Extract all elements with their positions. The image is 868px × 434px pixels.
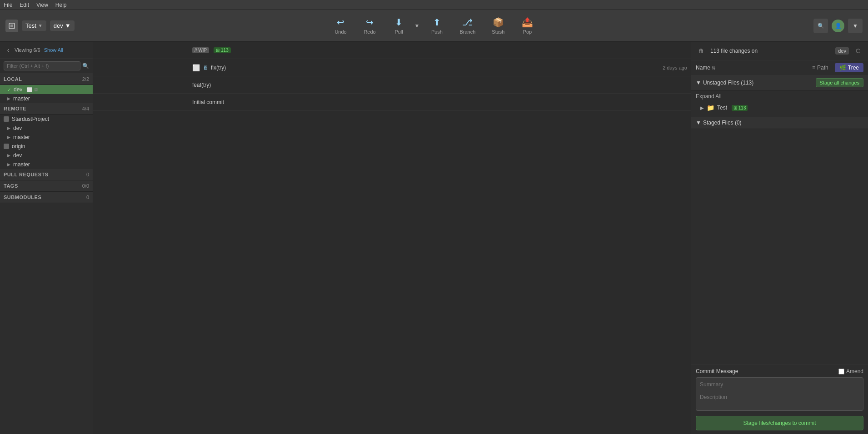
commit-msg-title: Commit Message xyxy=(696,368,738,374)
remote-section-title: REMOTE xyxy=(4,106,26,111)
stage-all-button[interactable]: Stage all changes xyxy=(816,78,863,87)
local-section-header[interactable]: LOCAL 2/2 xyxy=(0,74,93,85)
submodules-section-header[interactable]: SUBMODULES 0 xyxy=(0,192,93,203)
sidebar: ‹ Viewing 6/6 Show All 🔍 LOCAL 2/2 ✓ dev… xyxy=(0,42,93,434)
discard-all-button[interactable]: 🗑 xyxy=(696,45,707,56)
wip-file-count: ⊞ 113 xyxy=(214,47,230,53)
menu-help[interactable]: Help xyxy=(55,2,67,8)
dev-icons: ⬜ 🖥 xyxy=(27,87,38,92)
staged-header: ▼ Staged Files (0) xyxy=(691,117,868,129)
stardustproject-icon xyxy=(4,116,9,122)
remote-section-header[interactable]: REMOTE 4/4 xyxy=(0,103,93,115)
commit-message-area: Commit Message Amend Stage files/changes… xyxy=(691,364,868,434)
staged-chevron[interactable]: ▼ xyxy=(696,120,701,126)
search-button[interactable]: 🔍 xyxy=(813,19,828,33)
pull-label: Pull xyxy=(394,29,403,35)
file-changes-branch: dev xyxy=(835,47,849,55)
amend-checkbox[interactable] xyxy=(838,369,844,374)
sidebar-item-origin-dev[interactable]: ▶ dev xyxy=(0,151,93,160)
sidebar-item-origin[interactable]: origin xyxy=(0,142,93,151)
sp-master-chevron: ▶ xyxy=(7,135,10,140)
sidebar-item-origin-master[interactable]: ▶ master xyxy=(0,160,93,169)
redo-icon: ↪ xyxy=(366,17,374,28)
commit-row-fix[interactable]: dev 👤 ⬜ 🖥 fix(try) 2 days ago xyxy=(93,59,691,76)
origin-icon xyxy=(4,144,9,149)
avatar[interactable]: 👤 xyxy=(832,20,844,32)
tab-path[interactable]: ≡ Path xyxy=(808,63,833,72)
file-changes-label: 113 file changes on xyxy=(710,48,832,54)
staged-title: ▼ Staged Files (0) xyxy=(696,120,742,126)
branch-button[interactable]: ⎇ Branch xyxy=(452,14,483,37)
test-folder-item[interactable]: ▶ 📁 Test ⊞ 113 xyxy=(691,102,868,113)
main-content: ‹ Viewing 6/6 Show All 🔍 LOCAL 2/2 ✓ dev… xyxy=(0,42,868,434)
sidebar-item-stardustproject[interactable]: StardustProject xyxy=(0,115,93,124)
redo-label: Redo xyxy=(364,29,375,35)
filter-input[interactable] xyxy=(4,61,80,70)
stash-icon: 📦 xyxy=(493,17,504,28)
unstaged-title: ▼ Unstaged Files (113) xyxy=(696,80,753,86)
tags-section-header[interactable]: TAGS 0/0 xyxy=(0,180,93,192)
stash-button[interactable]: 📦 Stash xyxy=(484,14,512,37)
sidebar-branch-name-master: master xyxy=(13,95,30,102)
toolbar: Test ▼ dev ▼ ↩ Undo ↪ Redo ⬇ Pull ▼ ⬆ xyxy=(0,10,868,42)
avatar-icon: 👤 xyxy=(835,23,842,29)
menu-edit[interactable]: Edit xyxy=(20,2,29,8)
folder-add-count: ⊞ 113 xyxy=(732,105,748,111)
branch-selector[interactable]: dev ▼ xyxy=(50,20,75,31)
origin-dev-name: dev xyxy=(13,152,22,159)
undo-button[interactable]: ↩ Undo xyxy=(327,14,354,37)
redo-button[interactable]: ↪ Redo xyxy=(356,14,384,37)
origin-master-name: master xyxy=(13,161,30,168)
commit-textarea[interactable] xyxy=(696,377,863,411)
commit-info-wip: // WIP ⊞ 113 xyxy=(189,45,691,55)
viewing-label: Viewing 6/6 xyxy=(15,47,40,53)
avatar-dropdown-button[interactable]: ▼ xyxy=(848,19,863,33)
repo-selector[interactable]: Test ▼ xyxy=(22,20,46,31)
sidebar-item-master[interactable]: ▶ master xyxy=(0,94,93,103)
unstaged-chevron[interactable]: ▼ xyxy=(696,80,701,86)
push-button[interactable]: ⬆ Push xyxy=(423,14,450,37)
branch-icon: ⎇ xyxy=(462,17,473,28)
origin-name: origin xyxy=(12,143,25,150)
stage-files-commit-button[interactable]: Stage files/changes to commit xyxy=(696,416,863,430)
commit-row-wip[interactable]: // WIP ⊞ 113 xyxy=(93,42,691,59)
pull-requests-title: PULL REQUESTS xyxy=(4,172,49,177)
commit-row-initial[interactable]: master +1 👤 Initial commit xyxy=(93,94,691,111)
name-sort-button[interactable]: Name ⇅ xyxy=(696,65,715,71)
commit-msg-fix: fix(try) xyxy=(211,65,226,71)
right-panel: 🗑 113 file changes on dev ⬡ Name ⇅ ≡ Pat… xyxy=(691,42,868,434)
folder-name: Test xyxy=(717,105,727,111)
wip-badge: // WIP xyxy=(192,47,209,53)
sidebar-item-dev[interactable]: ✓ dev ⬜ 🖥 xyxy=(0,85,93,94)
sidebar-back-button[interactable]: ‹ xyxy=(4,45,13,55)
submodules-title: SUBMODULES xyxy=(4,195,41,200)
menu-view[interactable]: View xyxy=(36,2,48,8)
branch-dropdown-arrow: ▼ xyxy=(65,22,71,29)
menu-file[interactable]: File xyxy=(4,2,12,8)
branch-name: dev xyxy=(54,22,63,29)
pull-dropdown-button[interactable]: ▼ xyxy=(413,20,422,32)
remote-section-count: 4/4 xyxy=(82,106,89,111)
pull-requests-section-header[interactable]: PULL REQUESTS 0 xyxy=(0,169,93,180)
pop-icon: 📤 xyxy=(522,17,533,28)
sidebar-item-stardustproject-dev[interactable]: ▶ dev xyxy=(0,124,93,133)
show-all-link[interactable]: Show All xyxy=(44,47,63,53)
pop-button[interactable]: 📤 Pop xyxy=(514,14,541,37)
expand-all-button[interactable]: Expand All xyxy=(691,90,868,102)
maximize-button[interactable]: ⬡ xyxy=(853,45,863,56)
toolbar-left: Test ▼ dev ▼ xyxy=(5,20,75,32)
stardustproject-name: StardustProject xyxy=(12,116,49,122)
commit-row-feat[interactable]: 👤 feat(try) xyxy=(93,76,691,94)
folder-chevron[interactable]: ▶ xyxy=(700,105,704,110)
sidebar-item-stardustproject-master[interactable]: ▶ master xyxy=(0,133,93,142)
sp-dev-chevron: ▶ xyxy=(7,126,10,130)
pull-button[interactable]: ⬇ Pull xyxy=(385,14,413,37)
stash-label: Stash xyxy=(492,29,504,35)
undo-icon: ↩ xyxy=(337,17,344,28)
repo-dropdown-arrow: ▼ xyxy=(38,23,43,28)
tab-tree[interactable]: 🌿 Tree xyxy=(835,63,863,72)
path-icon: ≡ xyxy=(812,65,815,71)
avatar-arrow-icon: ▼ xyxy=(853,23,858,29)
tags-count: 0/0 xyxy=(82,183,89,189)
repo-name: Test xyxy=(25,22,36,29)
